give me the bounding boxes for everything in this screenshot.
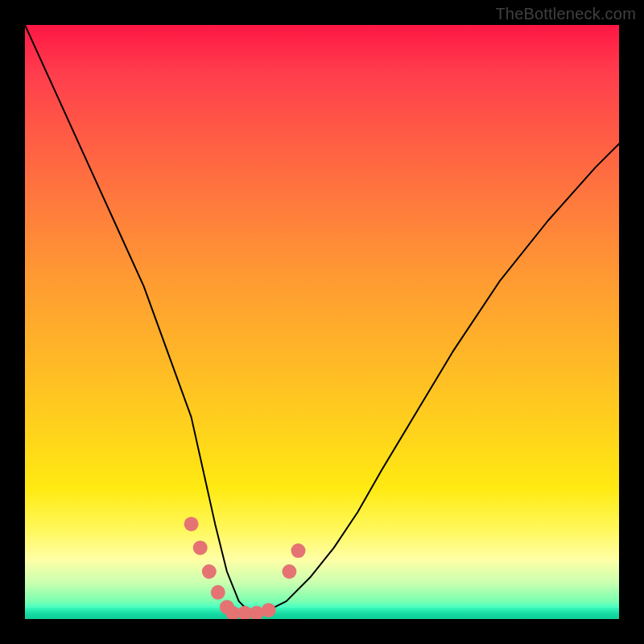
marker-point xyxy=(202,564,217,579)
bottleneck-curve xyxy=(25,25,619,613)
marker-point xyxy=(184,517,199,531)
marker-point xyxy=(193,540,208,555)
bottom-green-band xyxy=(25,608,619,619)
marker-point xyxy=(211,585,225,600)
marker-point xyxy=(282,564,296,579)
chart-svg xyxy=(25,25,619,619)
watermark-text: TheBottleneck.com xyxy=(495,5,636,23)
chart-plot-area xyxy=(25,25,619,619)
marker-point xyxy=(291,543,306,558)
